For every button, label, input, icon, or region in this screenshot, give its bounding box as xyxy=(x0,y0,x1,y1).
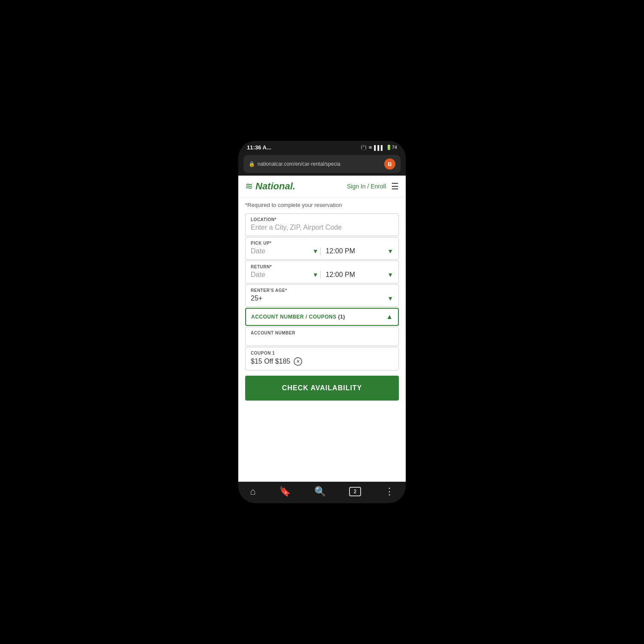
home-icon: ⌂ xyxy=(250,486,255,497)
form-area: *Required to complete your reservation L… xyxy=(238,197,406,482)
return-time-arrow-icon: ▼ xyxy=(387,271,393,278)
account-number-label: ACCOUNT NUMBER xyxy=(251,331,393,335)
tabs-nav-button[interactable]: 2 xyxy=(349,487,361,496)
url-text: nationalcar.com/en/car-rental/specia xyxy=(258,161,340,167)
home-nav-button[interactable]: ⌂ xyxy=(250,486,255,497)
logo-waves-icon: ≋ xyxy=(245,181,253,192)
location-value[interactable]: Enter a City, ZIP, Airport Code xyxy=(251,224,393,231)
required-note: *Required to complete your reservation xyxy=(245,197,399,213)
status-time: 11:36 A... xyxy=(247,144,271,151)
return-time-value: 12:00 PM xyxy=(326,271,355,279)
renter-age-value: 25+ xyxy=(251,295,262,302)
check-availability-button[interactable]: CHECK AVAILABILITY xyxy=(245,376,399,401)
renter-age-arrow-icon: ▼ xyxy=(387,295,393,302)
vibrate-icon: 📳 xyxy=(361,145,367,150)
renter-age-label: RENTER'S AGE* xyxy=(251,288,393,293)
return-time-picker[interactable]: 12:00 PM ▼ xyxy=(320,271,394,279)
more-icon: ⋮ xyxy=(385,486,394,497)
bookmark-icon: 🔖 xyxy=(279,486,291,497)
more-nav-button[interactable]: ⋮ xyxy=(385,486,394,497)
account-coupons-count: (1) xyxy=(338,314,345,320)
bottom-nav: ⌂ 🔖 🔍 2 ⋮ xyxy=(238,482,406,503)
tabs-count-badge: 2 xyxy=(349,487,361,496)
wifi-icon: ≋ xyxy=(368,145,372,150)
coupon1-value: $15 Off $185 xyxy=(251,358,290,365)
battery-icon: 🔋74 xyxy=(386,145,397,150)
search-nav-button[interactable]: 🔍 xyxy=(314,486,326,497)
pickup-time-arrow-icon: ▼ xyxy=(387,248,393,255)
pickup-field[interactable]: PICK UP* Date ▼ 12:00 PM ▼ xyxy=(245,237,399,260)
national-logo: ≋ National. xyxy=(245,181,295,192)
lock-icon: 🔒 xyxy=(249,161,255,167)
coupon1-label: COUPON 1 xyxy=(251,351,393,355)
account-coupons-label: ACCOUNT NUMBER / COUPONS (1) xyxy=(251,314,345,320)
site-header: ≋ National. Sign In / Enroll ☰ xyxy=(238,176,406,197)
account-section-collapse-icon: ▲ xyxy=(386,313,393,321)
logo-text: National. xyxy=(255,181,295,192)
renter-age-field[interactable]: RENTER'S AGE* 25+ ▼ xyxy=(245,284,399,307)
signal-icon: ▌▌▌ xyxy=(374,145,384,150)
pickup-date-picker[interactable]: Date ▼ xyxy=(251,247,319,255)
header-right: Sign In / Enroll ☰ xyxy=(347,181,399,191)
pickup-date-arrow-icon: ▼ xyxy=(313,248,319,255)
pickup-date-value: Date xyxy=(251,247,265,255)
sign-in-link[interactable]: Sign In / Enroll xyxy=(347,183,386,190)
pickup-time-value: 12:00 PM xyxy=(326,247,355,255)
hamburger-menu-icon[interactable]: ☰ xyxy=(391,181,399,191)
brave-icon[interactable]: B xyxy=(384,158,395,170)
bookmark-nav-button[interactable]: 🔖 xyxy=(279,486,291,497)
return-field[interactable]: RETURN* Date ▼ 12:00 PM ▼ xyxy=(245,261,399,283)
return-date-value: Date xyxy=(251,271,265,279)
clear-coupon-button[interactable]: × xyxy=(294,357,302,366)
account-number-field[interactable]: ACCOUNT NUMBER xyxy=(245,327,399,346)
pickup-time-picker[interactable]: 12:00 PM ▼ xyxy=(320,247,394,255)
return-date-picker[interactable]: Date ▼ xyxy=(251,271,319,279)
status-bar: 11:36 A... 📳 ≋ ▌▌▌ 🔋74 xyxy=(238,141,406,152)
address-bar[interactable]: 🔒 nationalcar.com/en/car-rental/specia B xyxy=(238,152,406,176)
browser-content: ≋ National. Sign In / Enroll ☰ *Required… xyxy=(238,176,406,482)
return-label: RETURN* xyxy=(251,264,393,269)
search-icon: 🔍 xyxy=(314,486,326,497)
coupon1-field[interactable]: COUPON 1 $15 Off $185 × xyxy=(245,347,399,371)
status-icons: 📳 ≋ ▌▌▌ 🔋74 xyxy=(361,145,397,150)
location-field[interactable]: LOCATION* Enter a City, ZIP, Airport Cod… xyxy=(245,213,399,236)
pickup-label: PICK UP* xyxy=(251,241,393,246)
location-label: LOCATION* xyxy=(251,217,393,222)
account-coupons-section-header[interactable]: ACCOUNT NUMBER / COUPONS (1) ▲ xyxy=(245,308,399,326)
return-date-arrow-icon: ▼ xyxy=(313,271,319,278)
